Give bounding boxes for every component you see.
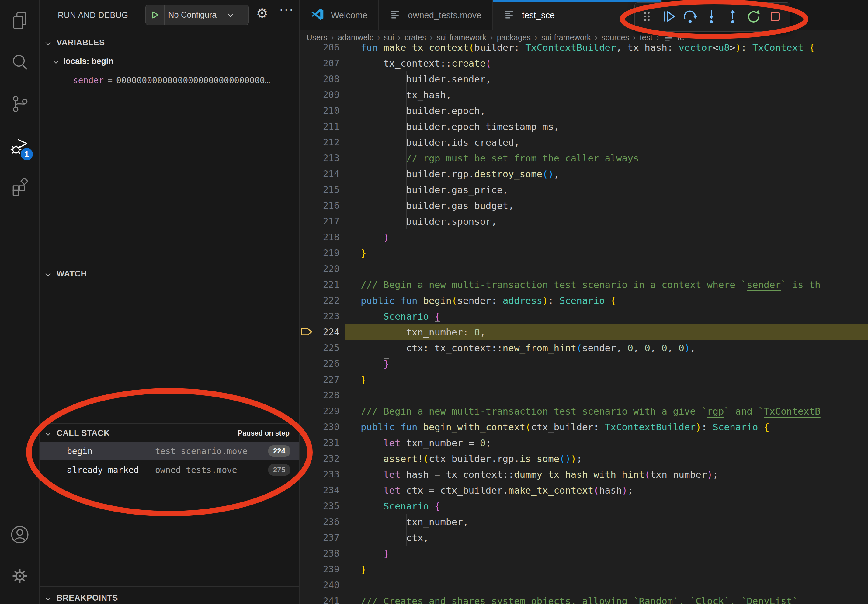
line-number[interactable]: 222 [300, 293, 339, 308]
code-line-207[interactable]: 207 tx_context::create( [300, 55, 868, 71]
line-number[interactable]: 231 [300, 435, 339, 451]
code-line-209[interactable]: 209 tx_hash, [300, 87, 868, 103]
activity-settings-button[interactable] [0, 558, 40, 595]
line-number[interactable]: 208 [300, 71, 339, 87]
line-number[interactable]: 235 [300, 498, 339, 514]
variables-section-header[interactable]: VARIABLES [40, 34, 299, 51]
line-number[interactable]: 238 [300, 546, 339, 561]
line-number[interactable]: 210 [300, 103, 339, 119]
activity-search-button[interactable] [0, 45, 40, 81]
code-line-228[interactable]: 228 [300, 387, 868, 403]
line-number[interactable]: 223 [300, 308, 339, 324]
code-line-241[interactable]: 241/// Creates and shares system objects… [300, 593, 868, 604]
code-line-220[interactable]: 220 [300, 261, 868, 277]
line-number[interactable]: 217 [300, 214, 339, 229]
breadcrumb-item[interactable]: crates [405, 33, 426, 42]
watch-section-header[interactable]: WATCH [40, 265, 299, 282]
breadcrumb-item[interactable]: sui [384, 33, 394, 42]
breadcrumb-item[interactable]: packages [497, 33, 531, 42]
code-line-214[interactable]: 214 builder.rgp.destroy_some(), [300, 166, 868, 182]
code-line-229[interactable]: 229/// Begin a new multi-transaction tes… [300, 403, 868, 419]
breadcrumb-item[interactable]: sources [601, 33, 629, 42]
breadcrumb-item[interactable]: sui-framework [437, 33, 486, 42]
code-line-225[interactable]: 225 ctx: tx_context::new_from_hint(sende… [300, 340, 868, 356]
line-number[interactable]: 234 [300, 482, 339, 498]
step-over-button[interactable] [680, 5, 701, 29]
code-line-219[interactable]: 219} [300, 245, 868, 261]
code-line-212[interactable]: 212 builder.ids_created, [300, 135, 868, 150]
line-number[interactable]: 236 [300, 514, 339, 530]
line-number[interactable]: 214 [300, 166, 339, 182]
code-line-218[interactable]: 218 ) [300, 229, 868, 245]
line-number[interactable]: 239 [300, 561, 339, 577]
step-into-button[interactable] [701, 5, 722, 29]
code-line-213[interactable]: 213 // rgp must be set from the caller a… [300, 150, 868, 166]
line-number[interactable]: 220 [300, 261, 339, 277]
code-editor[interactable]: Users›adamwelc›sui›crates›sui-framework›… [300, 30, 868, 604]
stop-button[interactable] [765, 5, 786, 29]
code-line-215[interactable]: 215 builder.gas_price, [300, 182, 868, 198]
debug-config-dropdown[interactable]: No Configura [146, 5, 249, 25]
breadcrumb-item[interactable]: sui-framework [541, 33, 591, 42]
code-line-217[interactable]: 217 builder.sponsor, [300, 214, 868, 229]
code-line-235[interactable]: 235 Scenario { [300, 498, 868, 514]
line-number[interactable]: 233 [300, 466, 339, 482]
start-debugging-button[interactable] [146, 5, 164, 25]
code-line-238[interactable]: 238 } [300, 546, 868, 561]
code-line-222[interactable]: 222public fun begin(sender: address): Sc… [300, 293, 868, 308]
line-number[interactable]: 240 [300, 577, 339, 593]
line-number[interactable]: 207 [300, 55, 339, 71]
line-number[interactable]: 229 [300, 403, 339, 419]
breakpoints-section-header[interactable]: BREAKPOINTS [40, 589, 299, 604]
breadcrumb-item[interactable]: adamwelc [338, 33, 374, 42]
code-line-223[interactable]: 223 Scenario { [300, 308, 868, 324]
code-line-234[interactable]: 234 let ctx = ctx_builder.make_tx_contex… [300, 482, 868, 498]
line-number[interactable]: 219 [300, 245, 339, 261]
line-number[interactable]: 228 [300, 387, 339, 403]
step-out-button[interactable] [722, 5, 743, 29]
call-stack-frame-already_marked[interactable]: already_marked owned_tests.move 275 [40, 460, 299, 479]
code-line-236[interactable]: 236 txn_number, [300, 514, 868, 530]
line-number[interactable]: 230 [300, 419, 339, 435]
code-line-240[interactable]: 240 [300, 577, 868, 593]
code-line-231[interactable]: 231 let txn_number = 0; [300, 435, 868, 451]
line-number[interactable]: 211 [300, 119, 339, 135]
activity-account-button[interactable] [0, 517, 40, 553]
line-number[interactable]: 218 [300, 229, 339, 245]
line-number[interactable]: 226 [300, 356, 339, 372]
tab-welcome[interactable]: Welcome [300, 0, 379, 30]
line-number[interactable]: 227 [300, 372, 339, 387]
panel-more-actions[interactable]: ··· [279, 2, 294, 16]
code-line-239[interactable]: 239} [300, 561, 868, 577]
scope-locals-row[interactable]: locals: begin [40, 53, 299, 69]
line-number[interactable]: 225 [300, 340, 339, 356]
activity-explorer-button[interactable] [0, 3, 40, 40]
code-line-216[interactable]: 216 builder.gas_budget, [300, 198, 868, 214]
code-line-230[interactable]: 230public fun begin_with_context(ctx_bui… [300, 419, 868, 435]
breadcrumb-item[interactable]: Users [307, 33, 327, 42]
debug-settings-gear-icon[interactable]: ⚙ [256, 7, 268, 20]
restart-button[interactable] [744, 5, 764, 29]
tab-owned-tests-move[interactable]: owned_tests.move [379, 0, 493, 30]
toolbar-drag-handle[interactable] [637, 5, 658, 29]
breadcrumb-item[interactable]: test [640, 33, 653, 42]
continue-button[interactable] [659, 5, 679, 29]
activity-run-and-debug-button[interactable]: 1 [0, 128, 40, 164]
activity-source-control-button[interactable] [0, 87, 40, 123]
line-number[interactable]: 213 [300, 150, 339, 166]
code-line-208[interactable]: 208 builder.sender, [300, 71, 868, 87]
activity-extensions-button[interactable] [0, 170, 40, 206]
call-stack-section-header[interactable]: CALL STACK Paused on step [40, 424, 299, 441]
code-line-237[interactable]: 237 ctx, [300, 530, 868, 546]
code-line-232[interactable]: 232 assert!(ctx_builder.rgp.is_some()); [300, 451, 868, 466]
call-stack-frame-begin[interactable]: begin test_scenario.move 224 [40, 441, 299, 460]
breadcrumb-file[interactable]: te [663, 31, 684, 44]
code-line-221[interactable]: 221/// Begin a new multi-transaction tes… [300, 277, 868, 293]
code-line-227[interactable]: 227} [300, 372, 868, 387]
line-number[interactable]: 241 [300, 593, 339, 604]
line-number[interactable]: 232 [300, 451, 339, 466]
line-number[interactable]: 216 [300, 198, 339, 214]
code-line-211[interactable]: 211 builder.epoch_timestamp_ms, [300, 119, 868, 135]
line-number[interactable]: 237 [300, 530, 339, 546]
code-line-224[interactable]: 224 txn_number: 0, [300, 324, 868, 340]
